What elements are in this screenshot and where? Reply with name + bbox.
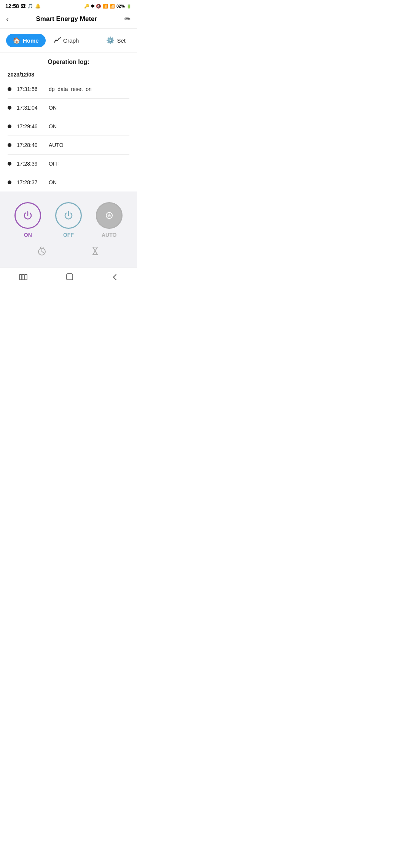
off-label: OFF <box>63 232 74 238</box>
log-bullet <box>8 106 11 110</box>
hourglass-button[interactable] <box>90 246 100 258</box>
svg-rect-6 <box>25 274 27 280</box>
status-time: 12:58 <box>5 3 19 9</box>
nav-recent-button[interactable] <box>19 273 28 283</box>
auto-button[interactable]: AUTO <box>96 202 123 238</box>
log-time: 17:28:39 <box>17 161 43 167</box>
control-buttons: ON OFF AUTO <box>8 202 129 238</box>
tab-bar: 🏠 Home Graph ⚙️ Set <box>0 29 137 53</box>
status-battery: 82% <box>116 4 125 8</box>
log-action: ON <box>49 105 57 111</box>
tab-home-label: Home <box>23 37 39 44</box>
home-icon: 🏠 <box>13 37 21 44</box>
log-time: 17:31:56 <box>17 86 43 92</box>
nav-back-button[interactable] <box>112 273 118 283</box>
log-time: 17:28:40 <box>17 142 43 148</box>
log-item: 17:31:56 dp_data_reset_on <box>8 80 129 99</box>
control-area: ON OFF AUTO <box>0 191 137 268</box>
off-button[interactable]: OFF <box>55 202 82 238</box>
on-label: ON <box>24 232 32 238</box>
log-item: 17:31:04 ON <box>8 99 129 117</box>
status-battery-icon: 🔋 <box>126 4 132 9</box>
log-bullet <box>8 162 11 166</box>
section-title: Operation log: <box>0 53 137 68</box>
status-key-icon: 🔑 <box>84 4 89 9</box>
tab-home[interactable]: 🏠 Home <box>6 34 46 47</box>
status-app-icon2: 🔔 <box>35 3 41 9</box>
timer-button[interactable] <box>37 246 47 258</box>
tab-graph-label: Graph <box>63 37 79 44</box>
log-item: 17:28:40 AUTO <box>8 136 129 155</box>
status-mute-icon: 🔇 <box>96 4 101 9</box>
auto-label: AUTO <box>102 232 116 238</box>
on-button[interactable]: ON <box>14 202 41 238</box>
log-item: 17:28:37 ON <box>8 173 129 191</box>
log-date: 2023/12/08 <box>0 68 137 80</box>
auto-power-circle <box>96 202 123 229</box>
off-power-circle <box>55 202 82 229</box>
log-action: ON <box>49 179 57 185</box>
status-right: 🔑 ✱ 🔇 📶 📶 82% 🔋 <box>84 4 132 9</box>
status-app-icon1: 🎵 <box>27 3 33 9</box>
status-left: 12:58 🖼 🎵 🔔 <box>5 3 41 9</box>
log-item: 17:29:46 ON <box>8 117 129 136</box>
nav-bar <box>0 268 137 289</box>
log-time: 17:31:04 <box>17 105 43 111</box>
log-bullet <box>8 180 11 184</box>
status-bluetooth-icon: ✱ <box>91 4 94 9</box>
status-bar: 12:58 🖼 🎵 🔔 🔑 ✱ 🔇 📶 📶 82% 🔋 <box>0 0 137 11</box>
tab-set-label: Set <box>117 37 126 44</box>
log-time: 17:28:37 <box>17 179 43 185</box>
status-photo-icon: 🖼 <box>21 3 25 9</box>
page-title: Smart Energy Meter <box>36 15 97 23</box>
log-action: ON <box>49 123 57 129</box>
log-bullet <box>8 143 11 147</box>
log-item: 17:28:39 OFF <box>8 155 129 173</box>
status-wifi-icon: 📶 <box>103 4 108 9</box>
log-bullet <box>8 87 11 91</box>
svg-rect-4 <box>19 274 22 280</box>
header: ‹ Smart Energy Meter ✏ <box>0 11 137 29</box>
log-action: OFF <box>49 161 59 167</box>
secondary-controls <box>8 246 129 258</box>
tab-graph[interactable]: Graph <box>49 34 84 47</box>
status-signal-icon: 📶 <box>110 4 115 9</box>
svg-rect-7 <box>67 274 73 280</box>
tab-set[interactable]: ⚙️ Set <box>101 33 131 48</box>
graph-icon <box>54 37 61 44</box>
log-time: 17:29:46 <box>17 123 43 129</box>
edit-button[interactable]: ✏ <box>124 14 131 24</box>
on-power-circle <box>14 202 41 229</box>
log-action: dp_data_reset_on <box>49 86 92 92</box>
log-list: 17:31:56 dp_data_reset_on 17:31:04 ON 17… <box>0 80 137 191</box>
gear-icon: ⚙️ <box>106 36 115 45</box>
nav-home-button[interactable] <box>65 273 74 283</box>
log-action: AUTO <box>49 142 64 148</box>
back-button[interactable]: ‹ <box>6 15 9 24</box>
svg-rect-5 <box>22 274 24 280</box>
log-bullet <box>8 124 11 128</box>
